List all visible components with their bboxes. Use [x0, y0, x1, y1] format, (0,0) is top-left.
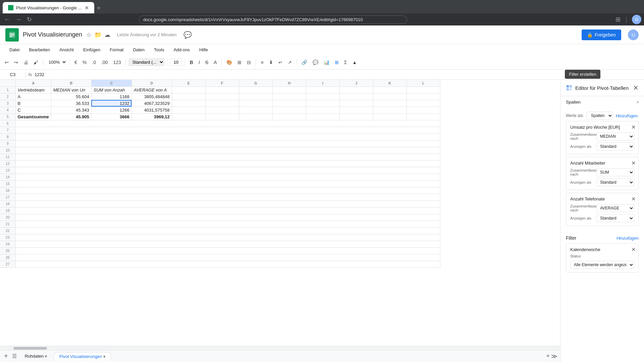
- cell-row13[interactable]: [15, 167, 440, 174]
- cell-a1[interactable]: Vertriebsteam: [15, 86, 51, 93]
- cell-row21[interactable]: [15, 221, 440, 227]
- sheet-tab-rohdaten[interactable]: Rohdaten ▾: [19, 352, 52, 360]
- col-header-k[interactable]: K: [373, 80, 407, 86]
- cell-g2[interactable]: [239, 93, 272, 100]
- col-header-h[interactable]: H: [272, 80, 306, 86]
- font-color-button[interactable]: A: [212, 58, 219, 66]
- cell-row16[interactable]: [15, 187, 440, 194]
- cell-j3[interactable]: [339, 100, 373, 107]
- cell-row6[interactable]: [15, 120, 440, 127]
- cell-row27[interactable]: [15, 261, 440, 267]
- user-avatar[interactable]: U: [628, 29, 639, 40]
- menu-ansicht[interactable]: Ansicht: [55, 46, 78, 54]
- menu-addons[interactable]: Add-ons: [169, 46, 194, 54]
- cell-k2[interactable]: [373, 93, 407, 100]
- redo-button[interactable]: ↪: [12, 58, 20, 66]
- font-size-input[interactable]: [170, 59, 182, 66]
- cell-l4[interactable]: [407, 107, 440, 113]
- font-family-select[interactable]: Standard (...: [129, 58, 164, 66]
- col-header-a[interactable]: A: [15, 80, 51, 86]
- extensions-icon[interactable]: ⊞: [615, 16, 621, 23]
- cell-l1[interactable]: [407, 86, 440, 93]
- cell-row22[interactable]: [15, 227, 440, 234]
- cell-i2[interactable]: [306, 93, 339, 100]
- cell-row7[interactable]: [15, 127, 440, 133]
- paint-format-button[interactable]: 🖌: [32, 58, 40, 66]
- cell-g1[interactable]: [239, 86, 272, 93]
- currency-button[interactable]: €: [72, 58, 79, 66]
- cell-h3[interactable]: [272, 100, 306, 107]
- undo-button[interactable]: ↩: [3, 58, 11, 66]
- add-sheet-button[interactable]: +: [3, 351, 9, 361]
- cell-row14[interactable]: [15, 174, 440, 180]
- fill-color-button[interactable]: 🎨: [224, 58, 234, 66]
- col-header-f[interactable]: F: [205, 80, 239, 86]
- cell-h4[interactable]: [272, 107, 306, 113]
- cell-d3[interactable]: 4067,323529: [131, 100, 172, 107]
- cell-row25[interactable]: [15, 247, 440, 254]
- cell-f2[interactable]: [205, 93, 239, 100]
- cell-g4[interactable]: [239, 107, 272, 113]
- cell-c2[interactable]: 1168: [91, 93, 131, 100]
- menu-format[interactable]: Format: [106, 46, 127, 54]
- cell-i3[interactable]: [306, 100, 339, 107]
- cell-j1[interactable]: [339, 86, 373, 93]
- cell-i1[interactable]: [306, 86, 339, 93]
- filter-button[interactable]: ⊞: [333, 58, 341, 66]
- col-header-b[interactable]: B: [51, 80, 91, 86]
- print-button[interactable]: 🖨: [21, 58, 30, 66]
- folder-icon[interactable]: 📁: [94, 31, 102, 39]
- col-header-e[interactable]: E: [172, 80, 205, 86]
- cell-b4[interactable]: 45.343: [51, 107, 91, 113]
- cell-d5[interactable]: 3969,12: [131, 113, 172, 120]
- cell-j5[interactable]: [339, 113, 373, 120]
- italic-button[interactable]: I: [197, 58, 202, 66]
- active-tab[interactable]: Pivot Visualisierungen - Google ... ✕: [3, 2, 94, 13]
- number-format-button[interactable]: 123: [111, 58, 123, 66]
- cell-e3[interactable]: [172, 100, 205, 107]
- cell-d2[interactable]: 3805,484848: [131, 93, 172, 100]
- menu-datei[interactable]: Datei: [5, 46, 23, 54]
- cell-reference-input[interactable]: C3: [3, 72, 23, 77]
- cell-row20[interactable]: [15, 214, 440, 221]
- cell-g3[interactable]: [239, 100, 272, 107]
- h-scroll-thumb[interactable]: [13, 347, 47, 350]
- cell-i4[interactable]: [306, 107, 339, 113]
- sheet-grid[interactable]: A B C D E F G H I J K L: [0, 80, 560, 346]
- cell-e1[interactable]: [172, 86, 205, 93]
- function-button[interactable]: Σ: [342, 58, 349, 66]
- wert-anzeigen-select-1[interactable]: Standard: [596, 142, 634, 150]
- cell-l2[interactable]: [407, 93, 440, 100]
- cell-e2[interactable]: [172, 93, 205, 100]
- wert-zusammenfassen-select-3[interactable]: AVERAGE: [596, 204, 634, 212]
- forward-button[interactable]: →: [14, 15, 23, 24]
- menu-hilfe[interactable]: Hilfe: [195, 46, 212, 54]
- decimal0-button[interactable]: .0: [90, 58, 98, 66]
- menu-tools[interactable]: Tools: [150, 46, 168, 54]
- strikethrough-button[interactable]: S: [203, 58, 210, 66]
- cell-k4[interactable]: [373, 107, 407, 113]
- cell-e4[interactable]: [172, 107, 205, 113]
- formula-input[interactable]: 1232: [35, 72, 641, 77]
- cell-k5[interactable]: [373, 113, 407, 120]
- comment-button[interactable]: 💬: [311, 58, 320, 66]
- cell-row11[interactable]: [15, 154, 440, 160]
- refresh-button[interactable]: ↻: [25, 14, 33, 24]
- wert-zusammenfassen-select-1[interactable]: MEDIAN: [596, 132, 634, 140]
- zoom-select[interactable]: 100%: [46, 59, 67, 66]
- cell-d1[interactable]: AVERAGE von A: [131, 86, 172, 93]
- cell-row10[interactable]: [15, 147, 440, 154]
- cell-f4[interactable]: [205, 107, 239, 113]
- horizontal-scrollbar[interactable]: [0, 346, 560, 350]
- wert-remove-mitarbeiter-button[interactable]: ✕: [631, 160, 636, 166]
- cell-row15[interactable]: [15, 180, 440, 187]
- cell-h5[interactable]: [272, 113, 306, 120]
- werte-als-select[interactable]: Spalten: [587, 112, 613, 120]
- cell-row18[interactable]: [15, 200, 440, 207]
- cell-c1[interactable]: SUM von Anzah: [91, 86, 131, 93]
- chat-icon[interactable]: 💬: [183, 31, 192, 39]
- more-button[interactable]: ▲: [350, 58, 359, 66]
- star-icon[interactable]: ☆: [86, 31, 92, 39]
- cell-j2[interactable]: [339, 93, 373, 100]
- cell-row9[interactable]: [15, 140, 440, 147]
